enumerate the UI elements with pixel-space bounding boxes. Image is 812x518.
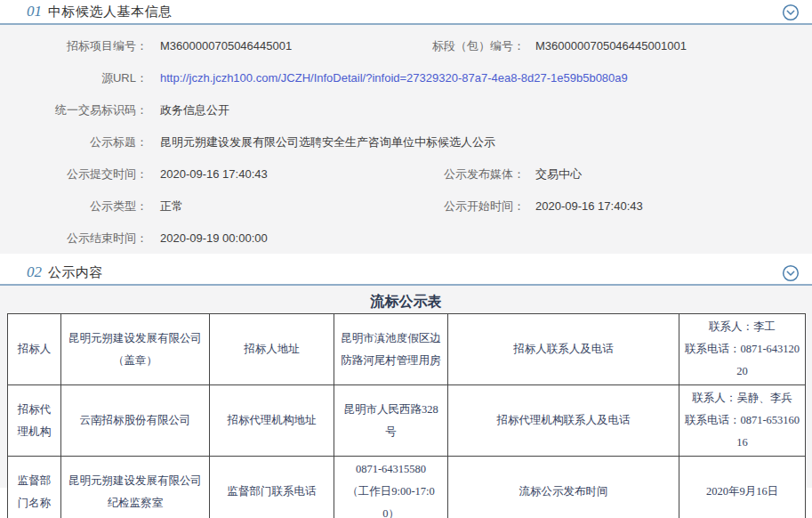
agency-address-value: 昆明市人民西路328号 xyxy=(334,385,448,457)
contact-phone: 联系电话：0871-65316016 xyxy=(684,409,800,454)
table-row: 监督部门名称 昆明元朔建设发展有限公司纪检监察室 监督部门联系电话 0871-6… xyxy=(8,457,806,518)
agency-contact-value: 联系人：吴静、李兵 联系电话：0871-65316016 xyxy=(679,385,806,457)
publish-media-label: 公示发布媒体： xyxy=(382,158,525,190)
section-header-basic-info: 01 中标候选人基本信息 xyxy=(0,0,812,25)
field-row: 公示标题： 昆明元朔建设发展有限公司选聘安全生产咨询单位中标候选人公示 xyxy=(0,126,812,158)
tender-project-no-label: 招标项目编号： xyxy=(0,30,148,62)
field-row: 公示类型： 正常 公示开始时间： 2020-09-16 17:40:43 xyxy=(0,190,812,223)
agency-address-label: 招标代理机构地址 xyxy=(210,385,334,457)
chevron-down-icon[interactable] xyxy=(782,264,800,282)
notice-title-label: 公示标题： xyxy=(0,126,148,158)
start-time-value: 2020-09-16 17:40:43 xyxy=(535,190,643,223)
tenderer-address-value: 昆明市滇池度假区边防路河尾村管理用房 xyxy=(334,314,448,385)
table-row: 招标人 昆明元朔建设发展有限公司（盖章） 招标人地址 昆明市滇池度假区边防路河尾… xyxy=(8,314,806,385)
supervisor-phone-label: 监督部门联系电话 xyxy=(210,457,334,518)
notice-type-label: 公示类型： xyxy=(0,190,148,223)
table-row: 招标代理机构 云南招标股份有限公司 招标代理机构地址 昆明市人民西路328号 招… xyxy=(8,385,806,457)
basic-info-panel: 招标项目编号： M3600000705046445001 标段（包）编号： M3… xyxy=(0,25,812,254)
supervisor-phone-value: 0871-64315580 （工作日9:00-17:00） xyxy=(334,457,448,518)
field-row: 招标项目编号： M3600000705046445001 标段（包）编号： M3… xyxy=(0,30,812,62)
submit-time-value: 2020-09-16 17:40:43 xyxy=(160,158,268,190)
section-number: 02 xyxy=(27,263,42,281)
table-title: 流标公示表 xyxy=(0,292,812,313)
end-time-value: 2020-09-19 00:00:00 xyxy=(160,223,268,255)
section-header-notice-content: 02 公示内容 xyxy=(0,261,812,286)
fail-bid-notice-table: 招标人 昆明元朔建设发展有限公司（盖章） 招标人地址 昆明市滇池度假区边防路河尾… xyxy=(7,313,806,518)
notice-content-panel: 流标公示表 招标人 昆明元朔建设发展有限公司（盖章） 招标人地址 昆明市滇池度假… xyxy=(0,286,812,488)
tender-project-no-value: M3600000705046445001 xyxy=(160,30,292,62)
tenderer-address-label: 招标人地址 xyxy=(210,314,334,385)
working-hours: （工作日9:00-17:00） xyxy=(339,481,443,518)
tenderer-contact-label: 招标人联系人及电话 xyxy=(448,314,679,385)
section-basic-info: 01 中标候选人基本信息 招标项目编号： M360000070504644500… xyxy=(0,0,812,254)
bid-section-no-label: 标段（包）编号： xyxy=(382,30,525,62)
supervisor-value: 昆明元朔建设发展有限公司纪检监察室 xyxy=(61,457,210,518)
source-url-label: 源URL： xyxy=(0,62,148,94)
tenderer-value: 昆明元朔建设发展有限公司（盖章） xyxy=(61,314,210,385)
field-row: 统一交易标识码： 政务信息公开 xyxy=(0,94,812,126)
section-title: 中标候选人基本信息 xyxy=(48,4,173,20)
contact-person: 联系人：李工 xyxy=(684,316,800,338)
field-row: 公示提交时间： 2020-09-16 17:40:43 公示发布媒体： 交易中心 xyxy=(0,158,812,190)
source-url-link[interactable]: http://jczh.jczh100.com/JCZH/InfoDetail/… xyxy=(160,62,628,94)
section-number: 01 xyxy=(27,3,42,20)
contact-phone: 联系电话：0871-64312020 xyxy=(684,338,800,383)
unified-trade-code-label: 统一交易标识码： xyxy=(0,94,148,126)
field-row: 源URL： http://jczh.jczh100.com/JCZH/InfoD… xyxy=(0,62,812,94)
fail-publish-time-value: 2020年9月16日 xyxy=(679,457,806,518)
notice-type-value: 正常 xyxy=(160,190,183,223)
agency-contact-label: 招标代理机构联系人及电话 xyxy=(448,385,679,457)
chevron-down-icon[interactable] xyxy=(782,4,800,21)
publish-media-value: 交易中心 xyxy=(535,158,582,190)
agency-label: 招标代理机构 xyxy=(8,385,61,457)
submit-time-label: 公示提交时间： xyxy=(0,158,148,190)
unified-trade-code-value: 政务信息公开 xyxy=(160,94,229,126)
notice-title-value: 昆明元朔建设发展有限公司选聘安全生产咨询单位中标候选人公示 xyxy=(160,126,495,158)
tenderer-label: 招标人 xyxy=(8,314,61,385)
field-row: 公示结束时间： 2020-09-19 00:00:00 xyxy=(0,223,812,255)
phone-number: 0871-64315580 xyxy=(339,458,443,481)
section-notice-content: 02 公示内容 流标公示表 招标人 昆明元朔建设发展有限公司（盖章） 招标人地址… xyxy=(0,261,812,488)
supervisor-label: 监督部门名称 xyxy=(8,457,61,518)
start-time-label: 公示开始时间： xyxy=(382,190,525,223)
bid-section-no-value: M3600000705046445001001 xyxy=(535,30,687,62)
section-title: 公示内容 xyxy=(48,264,103,281)
fail-publish-time-label: 流标公示发布时间 xyxy=(448,457,679,518)
tenderer-contact-value: 联系人：李工 联系电话：0871-64312020 xyxy=(679,314,806,385)
agency-value: 云南招标股份有限公司 xyxy=(61,385,210,457)
end-time-label: 公示结束时间： xyxy=(0,223,148,255)
contact-person: 联系人：吴静、李兵 xyxy=(684,387,800,409)
